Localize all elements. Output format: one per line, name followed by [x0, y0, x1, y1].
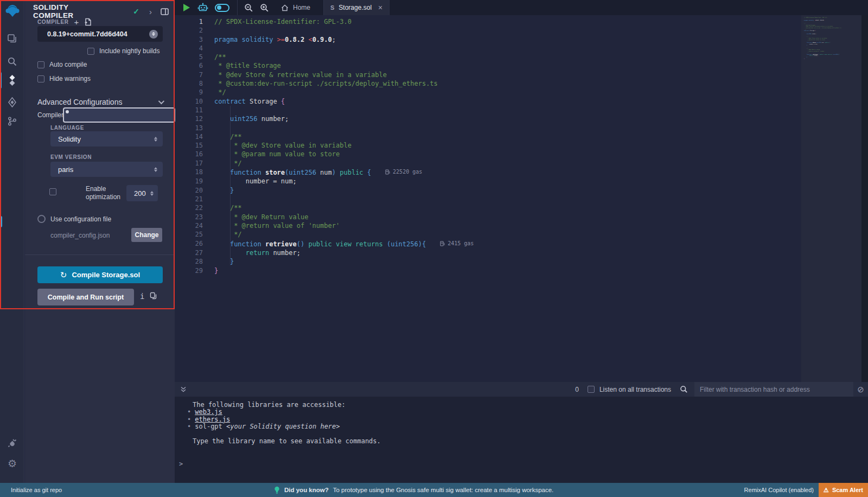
hide-warnings-checkbox[interactable] [37, 75, 44, 82]
language-select[interactable]: Solidity [50, 131, 163, 146]
line-number: 2 [175, 26, 203, 35]
code-line[interactable]: 21 [175, 195, 474, 203]
use-configuration-file-radio[interactable] [37, 215, 46, 223]
code-line[interactable]: 4 [175, 44, 474, 53]
minimap-code: // SPDX-License-Identifier: GPL-3.0 prag… [804, 17, 841, 59]
copilot-status[interactable]: RemixAI Copilot (enabled) [744, 487, 814, 493]
code-line[interactable]: 19 number = num; [175, 177, 474, 186]
split-panel-icon[interactable] [161, 8, 169, 15]
enable-optimization-checkbox[interactable] [49, 188, 56, 195]
compiler-configuration-radio[interactable] [63, 107, 175, 123]
compiler-version-select[interactable]: 0.8.19+commit.7dd6d404 [37, 26, 163, 42]
code-line[interactable]: 3pragma solidity >=0.8.2 <0.9.0; [175, 35, 474, 44]
solidity-compiler-panel: SOLIDITY COMPILER ✓ › COMPILER + 0.8.19+… [25, 0, 175, 483]
copilot-toggle[interactable] [215, 4, 229, 12]
code-line[interactable]: 2 [175, 26, 474, 35]
git-icon[interactable] [0, 112, 24, 130]
settings-gear-icon[interactable]: ⚙ [0, 455, 24, 472]
code-line[interactable]: 10contract Storage { [175, 97, 474, 106]
line-number: 25 [175, 230, 203, 239]
code-line[interactable]: 26 function retrieve() public view retur… [175, 239, 474, 248]
hide-warnings-row[interactable]: Hide warnings [37, 75, 91, 82]
optimization-runs-input[interactable]: 200 [126, 185, 158, 201]
run-script-button[interactable] [183, 4, 190, 11]
use-configuration-file-radio-row[interactable]: Use configuration file [37, 215, 111, 223]
zoom-out-icon[interactable] [244, 0, 253, 15]
terminal-search-icon[interactable] [680, 385, 688, 393]
advanced-configurations-header[interactable]: Advanced Configurations [37, 98, 163, 106]
code-line[interactable]: 5/** [175, 53, 474, 61]
terminal-line: •sol-gpt <your Solidity question here> [175, 423, 868, 430]
search-icon[interactable] [0, 53, 24, 70]
add-compiler-icon[interactable]: + [74, 18, 79, 26]
code-line[interactable]: 29} [175, 266, 474, 275]
code-line[interactable]: 17 */ [175, 159, 474, 168]
line-number: 27 [175, 248, 203, 257]
library-link[interactable]: web3.js [195, 408, 222, 416]
code-line[interactable]: 1// SPDX-License-Identifier: GPL-3.0 [175, 17, 474, 26]
transaction-filter-input[interactable]: Filter with transaction hash or address [694, 382, 853, 397]
code-line[interactable]: 23 * @dev Return value [175, 213, 474, 221]
zoom-in-icon[interactable] [260, 0, 269, 15]
main-area: Home S Storage.sol × 1// SPDX-License-Id… [175, 0, 868, 483]
expand-terminal-icon[interactable] [180, 386, 187, 393]
terminal-header[interactable]: 0 Listen on all transactions Filter with… [175, 382, 868, 397]
code-editor[interactable]: 1// SPDX-License-Identifier: GPL-3.02 3p… [175, 15, 868, 382]
ai-copilot-robot-icon[interactable] [197, 0, 208, 15]
code-line[interactable]: 7 * @dev Store & retrieve value in a var… [175, 71, 474, 79]
minimap-rail[interactable]: // SPDX-License-Identifier: GPL-3.0 prag… [801, 15, 861, 382]
plugin-manager-icon[interactable] [0, 434, 24, 451]
compile-and-run-button[interactable]: Compile and Run script [37, 289, 134, 305]
info-icon[interactable]: i [140, 292, 144, 301]
code-line[interactable]: 25 */ [175, 230, 474, 239]
compile-button[interactable]: ↻ Compile Storage.sol [37, 266, 163, 283]
auto-compile-checkbox[interactable] [37, 61, 44, 68]
code-line[interactable]: 20 } [175, 186, 474, 195]
code-line[interactable]: 9 */ [175, 88, 474, 97]
code-line[interactable]: 15 * @dev Store value in variable [175, 141, 474, 150]
code-line[interactable]: 16 * @param num value to store [175, 150, 474, 158]
listen-all-transactions-checkbox[interactable] [588, 386, 595, 393]
compiler-configuration-radio-row[interactable]: Compiler configuration [37, 111, 103, 119]
line-number: 19 [175, 177, 203, 186]
remix-logo-icon[interactable] [0, 2, 24, 20]
deploy-run-icon[interactable] [0, 93, 24, 111]
clear-console-icon[interactable]: ⊘ [853, 385, 868, 394]
did-you-know-tip: Did you know? To prototype using the Gno… [274, 486, 553, 494]
code-line[interactable]: 12 uint256 number; [175, 114, 474, 123]
active-plugin-indicator [0, 72, 2, 88]
code-line[interactable]: 27 return number; [175, 248, 474, 257]
scam-alert-button[interactable]: ⚠ Scam Alert [819, 483, 868, 497]
line-number: 15 [175, 141, 203, 150]
tab-storage-sol[interactable]: S Storage.sol × [323, 0, 390, 15]
auto-compile-row[interactable]: Auto compile [37, 61, 87, 68]
include-nightly-row[interactable]: Include nightly builds [87, 47, 159, 55]
library-link[interactable]: ethers.js [195, 416, 230, 423]
include-nightly-checkbox[interactable] [87, 48, 94, 55]
line-number: 9 [175, 88, 203, 97]
language-label: LANGUAGE [50, 125, 84, 131]
git-init-status[interactable]: Initialize as git repo [11, 487, 62, 493]
code-line[interactable]: 18 function store(uint256 num) public {2… [175, 168, 474, 177]
change-config-button[interactable]: Change [131, 228, 162, 242]
code-line[interactable]: 8 * @custom:dev-run-script ./scripts/dep… [175, 79, 474, 88]
code-line[interactable]: 13 [175, 124, 474, 132]
terminal-output[interactable]: The following libraries are accessible:•… [175, 397, 868, 483]
tab-home[interactable]: Home [281, 0, 323, 15]
evm-version-select[interactable]: paris [50, 162, 163, 177]
code-line[interactable]: 24 * @return value of 'number' [175, 221, 474, 230]
forward-chevron-icon[interactable]: › [149, 8, 152, 16]
panel-resize-grip[interactable] [0, 216, 2, 227]
open-file-icon[interactable] [84, 18, 92, 26]
solidity-compiler-icon[interactable] [0, 72, 24, 89]
code-line[interactable]: 6 * @title Storage [175, 61, 474, 70]
copy-icon[interactable] [150, 292, 157, 300]
code-line[interactable]: 14 /** [175, 132, 474, 141]
code-line[interactable]: 22 /** [175, 203, 474, 212]
file-explorer-icon[interactable] [0, 30, 24, 47]
code-line[interactable]: 11 [175, 106, 474, 114]
code-line[interactable]: 28 } [175, 257, 474, 266]
terminal-prompt[interactable]: > [175, 461, 868, 468]
close-tab-icon[interactable]: × [378, 3, 382, 12]
terminal-line: •web3.js [175, 409, 868, 416]
